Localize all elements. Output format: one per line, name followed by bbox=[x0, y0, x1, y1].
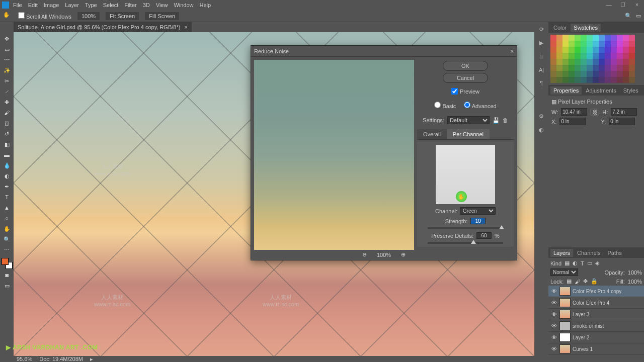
swatch[interactable] bbox=[599, 77, 605, 83]
y-input[interactable] bbox=[609, 118, 635, 125]
properties-icon[interactable]: ⚙ bbox=[539, 113, 544, 120]
swatch[interactable] bbox=[623, 47, 629, 53]
swatch[interactable] bbox=[593, 41, 599, 47]
layer-thumbnail[interactable] bbox=[559, 298, 571, 307]
swatch[interactable] bbox=[575, 65, 581, 71]
swatch[interactable] bbox=[562, 77, 569, 83]
scroll-all-checkbox[interactable]: Scroll All Windows bbox=[18, 12, 71, 20]
menu-window[interactable]: Window bbox=[174, 2, 193, 8]
swatch[interactable] bbox=[593, 59, 599, 65]
foreground-background[interactable] bbox=[2, 258, 13, 269]
swatch[interactable] bbox=[587, 59, 593, 65]
swatch[interactable] bbox=[562, 47, 569, 53]
menu-filter[interactable]: Filter bbox=[124, 2, 136, 8]
swatch[interactable] bbox=[587, 53, 593, 59]
menu-select[interactable]: Select bbox=[103, 2, 119, 8]
lock-pixels-icon[interactable]: 🖌 bbox=[575, 279, 580, 285]
swatch[interactable] bbox=[611, 47, 617, 53]
swatch[interactable] bbox=[581, 35, 587, 41]
visibility-icon[interactable]: 👁 bbox=[550, 288, 557, 294]
swatch[interactable] bbox=[629, 77, 635, 83]
adjustments-icon[interactable]: ◐ bbox=[539, 127, 544, 133]
channels-tab[interactable]: Channels bbox=[574, 249, 603, 257]
close-button[interactable]: × bbox=[630, 0, 644, 9]
menu-type[interactable]: Type bbox=[85, 2, 97, 8]
styles-tab[interactable]: Styles bbox=[620, 86, 641, 95]
settings-select[interactable]: Default bbox=[447, 116, 490, 124]
swatch[interactable] bbox=[556, 65, 562, 71]
swatch[interactable] bbox=[587, 77, 593, 83]
swatch[interactable] bbox=[605, 35, 611, 41]
strength-slider[interactable] bbox=[428, 227, 503, 229]
pen-tool[interactable]: ✒ bbox=[2, 182, 13, 191]
swatch[interactable] bbox=[556, 35, 562, 41]
link-wh-icon[interactable]: ⛓ bbox=[590, 109, 599, 116]
swatch[interactable] bbox=[575, 71, 581, 77]
swatch[interactable] bbox=[562, 53, 569, 59]
blur-tool[interactable]: 💧 bbox=[2, 161, 13, 170]
hand-tool[interactable]: ✋ bbox=[2, 224, 13, 233]
swatch[interactable] bbox=[593, 65, 599, 71]
swatch[interactable] bbox=[556, 77, 562, 83]
swatch[interactable] bbox=[599, 53, 605, 59]
zoom-out-icon[interactable]: ⊖ bbox=[362, 251, 367, 258]
shape-tool[interactable]: ○ bbox=[2, 214, 13, 223]
move-tool[interactable]: ✥ bbox=[2, 34, 13, 43]
preview-checkbox[interactable]: Preview bbox=[451, 88, 479, 95]
swatch[interactable] bbox=[611, 71, 617, 77]
swatch[interactable] bbox=[556, 47, 562, 53]
swatch[interactable] bbox=[605, 65, 611, 71]
swatch[interactable] bbox=[581, 53, 587, 59]
x-input[interactable] bbox=[559, 118, 586, 125]
swatch[interactable] bbox=[556, 53, 562, 59]
zoom-in-icon[interactable]: ⊕ bbox=[401, 251, 406, 258]
menu-layer[interactable]: Layer bbox=[65, 2, 79, 8]
visibility-icon[interactable]: 👁 bbox=[550, 334, 557, 340]
visibility-icon[interactable]: 👁 bbox=[550, 346, 557, 352]
dodge-tool[interactable]: ◐ bbox=[2, 171, 13, 180]
brush-preset-icon[interactable]: ≣ bbox=[539, 53, 544, 60]
swatch[interactable] bbox=[623, 53, 629, 59]
save-preset-icon[interactable]: 💾 bbox=[493, 117, 500, 124]
swatch[interactable] bbox=[617, 35, 623, 41]
layer-row[interactable]: 👁 Curves 1 bbox=[548, 343, 644, 355]
filter-pixel-icon[interactable]: ▦ bbox=[565, 260, 570, 266]
swatch[interactable] bbox=[605, 47, 611, 53]
swatch[interactable] bbox=[611, 65, 617, 71]
swatch[interactable] bbox=[605, 77, 611, 83]
lock-all-icon[interactable]: 🔒 bbox=[591, 278, 598, 285]
gradient-tool[interactable]: ▬ bbox=[2, 150, 13, 159]
swatch[interactable] bbox=[617, 65, 623, 71]
eraser-tool[interactable]: ◧ bbox=[2, 140, 13, 149]
swatch[interactable] bbox=[593, 35, 599, 41]
adjustments-tab[interactable]: Adjustments bbox=[583, 86, 619, 95]
swatches-body[interactable] bbox=[548, 33, 644, 85]
swatch[interactable] bbox=[599, 59, 605, 65]
swatch[interactable] bbox=[550, 71, 556, 77]
swatch[interactable] bbox=[581, 41, 587, 47]
swatch[interactable] bbox=[611, 77, 617, 83]
swatch[interactable] bbox=[575, 59, 581, 65]
visibility-icon[interactable]: 👁 bbox=[550, 311, 557, 317]
preserve-details-input[interactable] bbox=[476, 232, 492, 239]
menu-3d[interactable]: 3D bbox=[143, 2, 150, 8]
filter-smart-icon[interactable]: ◈ bbox=[595, 260, 599, 266]
marquee-tool[interactable]: ▭ bbox=[2, 45, 13, 54]
magic-wand-tool[interactable]: ✨ bbox=[2, 66, 13, 75]
per-channel-tab[interactable]: Per Channel bbox=[447, 129, 490, 139]
swatch[interactable] bbox=[605, 71, 611, 77]
basic-radio[interactable]: Basic bbox=[434, 102, 456, 109]
layer-thumbnail[interactable] bbox=[559, 344, 571, 353]
swatch[interactable] bbox=[575, 53, 581, 59]
lock-transparency-icon[interactable]: ▦ bbox=[567, 278, 572, 285]
swatch[interactable] bbox=[550, 35, 556, 41]
layer-row[interactable]: 👁 Layer 2 bbox=[548, 332, 644, 343]
swatch[interactable] bbox=[611, 35, 617, 41]
blend-mode-select[interactable]: Normal bbox=[550, 268, 578, 276]
swatch[interactable] bbox=[629, 35, 635, 41]
layer-thumbnail[interactable] bbox=[559, 310, 571, 319]
swatch[interactable] bbox=[629, 59, 635, 65]
swatch[interactable] bbox=[629, 47, 635, 53]
swatch[interactable] bbox=[556, 41, 562, 47]
search-icon[interactable]: 🔍 bbox=[625, 13, 632, 19]
